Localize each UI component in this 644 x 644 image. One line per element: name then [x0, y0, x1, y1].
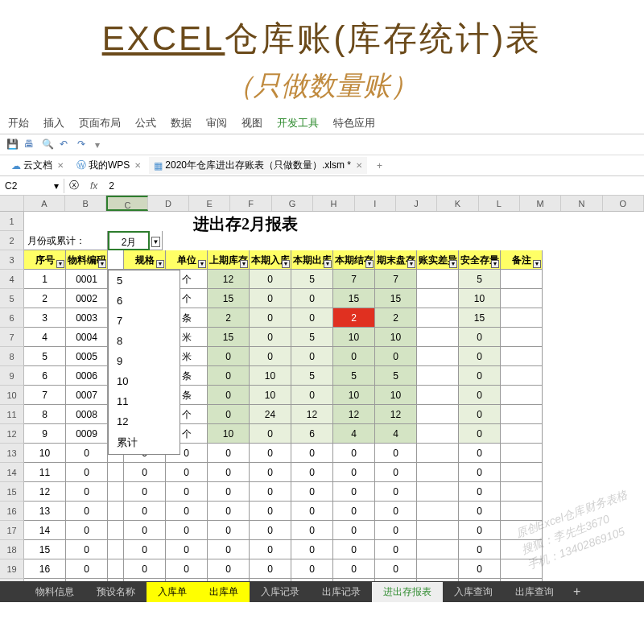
month-dropdown-menu[interactable]: 56789101112累计 — [108, 270, 180, 455]
data-cell[interactable] — [108, 502, 124, 521]
data-cell[interactable]: 0 — [459, 444, 501, 463]
data-cell[interactable]: 0 — [291, 347, 333, 366]
data-cell[interactable]: 5 — [24, 347, 66, 366]
data-cell[interactable]: 0 — [208, 347, 250, 366]
filter-icon[interactable]: ▼ — [407, 260, 415, 268]
sheet-tab[interactable]: 进出存报表 — [372, 582, 443, 602]
data-cell[interactable]: 0 — [250, 424, 291, 444]
print-icon[interactable]: 🖶 — [24, 138, 37, 151]
data-cell[interactable]: 2 — [333, 308, 375, 328]
data-cell[interactable]: 0 — [250, 328, 291, 347]
data-cell[interactable]: 0 — [375, 540, 417, 559]
data-cell[interactable]: 15 — [375, 289, 417, 308]
data-cell[interactable]: 0 — [166, 521, 208, 540]
data-cell[interactable]: 0 — [66, 482, 108, 502]
data-cell[interactable]: 0 — [124, 482, 166, 502]
data-cell[interactable]: 4 — [375, 424, 417, 444]
data-cell[interactable]: 15 — [333, 289, 375, 308]
data-cell[interactable]: 0 — [166, 540, 208, 559]
data-cell[interactable] — [417, 444, 459, 463]
data-cell[interactable] — [501, 444, 543, 463]
fx-label[interactable]: fx — [84, 180, 104, 192]
data-cell[interactable]: 0 — [333, 521, 375, 540]
data-cell[interactable]: 0 — [291, 502, 333, 521]
data-cell[interactable]: 0 — [208, 463, 250, 482]
data-cell[interactable] — [417, 502, 459, 521]
data-cell[interactable]: 0 — [459, 502, 501, 521]
data-cell[interactable]: 0 — [375, 482, 417, 502]
data-cell[interactable]: 0005 — [66, 347, 108, 366]
data-cell[interactable] — [417, 521, 459, 540]
data-cell[interactable]: 0 — [459, 405, 501, 424]
data-cell[interactable]: 6 — [291, 424, 333, 444]
data-cell[interactable] — [417, 405, 459, 424]
data-cell[interactable] — [501, 405, 543, 424]
row-header[interactable]: 6 — [0, 308, 24, 328]
filter-icon[interactable]: ▼ — [98, 260, 106, 268]
data-cell[interactable] — [417, 328, 459, 347]
save-icon[interactable]: 💾 — [6, 138, 19, 151]
data-cell[interactable]: 0 — [291, 482, 333, 502]
table-header[interactable]: 期末盘存▼ — [375, 250, 417, 270]
data-cell[interactable]: 0 — [166, 502, 208, 521]
data-cell[interactable] — [417, 366, 459, 386]
data-cell[interactable] — [501, 289, 543, 308]
ribbon-tab[interactable]: 审阅 — [206, 116, 227, 130]
data-cell[interactable]: 0 — [291, 308, 333, 328]
data-cell[interactable]: 2 — [375, 308, 417, 328]
data-cell[interactable]: 0 — [459, 424, 501, 444]
data-cell[interactable]: 0 — [208, 386, 250, 405]
dropdown-option[interactable]: 5 — [109, 270, 180, 291]
formula-value[interactable]: 2 — [104, 180, 119, 192]
data-cell[interactable]: 6 — [24, 366, 66, 386]
redo-icon[interactable]: ↷ — [77, 138, 90, 151]
data-cell[interactable]: 0 — [291, 559, 333, 579]
data-cell[interactable] — [417, 482, 459, 502]
row-header[interactable]: 8 — [0, 347, 24, 366]
data-cell[interactable]: 12 — [208, 270, 250, 289]
dropdown-option[interactable]: 9 — [109, 351, 180, 371]
data-cell[interactable]: 2 — [208, 308, 250, 328]
data-cell[interactable]: 0 — [291, 463, 333, 482]
data-cell[interactable]: 0 — [333, 502, 375, 521]
dropdown-button[interactable]: ▼ — [151, 237, 161, 247]
filter-icon[interactable]: ▼ — [56, 260, 64, 268]
col-header[interactable]: F — [230, 196, 271, 211]
data-cell[interactable]: 3 — [24, 308, 66, 328]
data-cell[interactable]: 10 — [375, 386, 417, 405]
dropdown-option[interactable]: 8 — [109, 331, 180, 351]
data-cell[interactable]: 5 — [459, 270, 501, 289]
data-cell[interactable]: 0 — [124, 502, 166, 521]
data-cell[interactable] — [501, 386, 543, 405]
dropdown-icon[interactable]: ▾ — [95, 139, 100, 151]
filter-icon[interactable]: ▼ — [282, 260, 290, 268]
data-cell[interactable] — [417, 308, 459, 328]
row-header[interactable]: 3 — [0, 250, 24, 270]
ribbon-tab[interactable]: 页面布局 — [79, 116, 121, 130]
data-cell[interactable]: 0 — [166, 463, 208, 482]
data-cell[interactable]: 0008 — [66, 405, 108, 424]
data-cell[interactable]: 0 — [459, 521, 501, 540]
data-cell[interactable]: 5 — [333, 366, 375, 386]
data-cell[interactable]: 0 — [250, 270, 291, 289]
data-cell[interactable]: 0 — [375, 463, 417, 482]
data-cell[interactable]: 0 — [250, 289, 291, 308]
data-cell[interactable]: 0003 — [66, 308, 108, 328]
data-cell[interactable]: 0 — [250, 502, 291, 521]
table-header[interactable]: 规格▼ — [124, 250, 166, 270]
table-header[interactable]: 本期入库▼ — [250, 250, 291, 270]
row-header[interactable]: 16 — [0, 502, 24, 521]
filter-icon[interactable]: ▼ — [449, 260, 457, 268]
data-cell[interactable]: 0 — [333, 444, 375, 463]
col-header[interactable]: C — [106, 196, 147, 211]
data-cell[interactable]: 15 — [459, 308, 501, 328]
col-header[interactable]: L — [479, 196, 520, 211]
table-header[interactable] — [108, 250, 124, 270]
data-cell[interactable] — [417, 540, 459, 559]
filter-icon[interactable]: ▼ — [365, 260, 374, 268]
dropdown-option[interactable]: 11 — [109, 391, 180, 411]
data-cell[interactable]: 0009 — [66, 424, 108, 444]
data-cell[interactable]: 0 — [66, 502, 108, 521]
row-header[interactable]: 9 — [0, 366, 24, 386]
data-cell[interactable]: 7 — [375, 270, 417, 289]
